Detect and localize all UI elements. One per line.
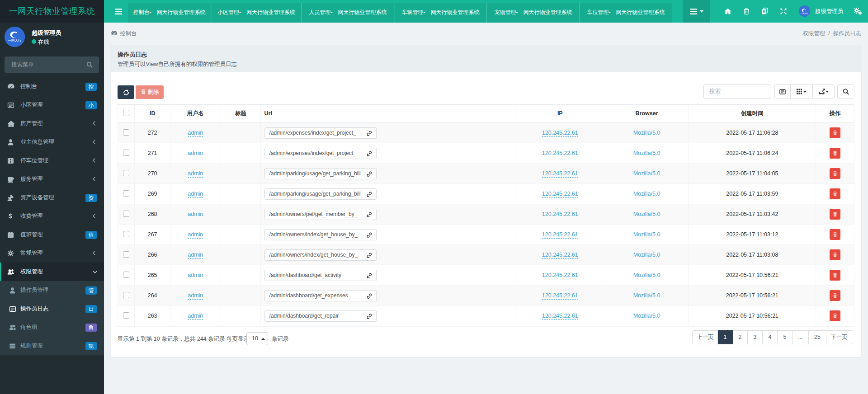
svg-text:一网天行: 一网天行 [8,38,22,42]
